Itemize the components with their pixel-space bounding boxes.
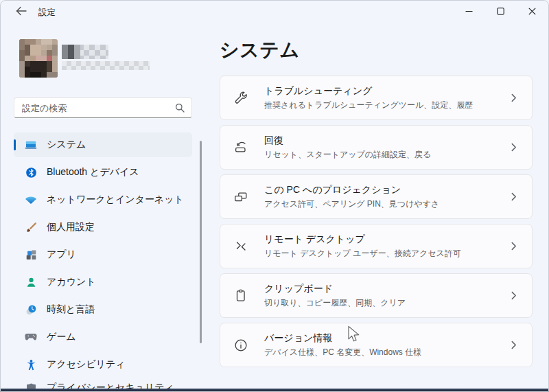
gamepad-icon [25,331,37,343]
titlebar: 設定 [0,0,549,27]
main-content: システム トラブルシューティング 推奨されるトラブルシューティングツール、設定、… [220,27,533,372]
person-icon [25,276,37,288]
brush-icon [25,221,37,233]
maximize-button[interactable] [484,0,516,23]
window-bottom-edge [0,389,549,392]
chevron-right-icon [509,93,518,102]
card-subtitle: 推奨されるトラブルシューティングツール、設定、履歴 [264,100,509,111]
sidebar-nav: システム Bluetooth とデバイス ネットワークとインターネット 個人用設… [14,132,192,392]
sidebar-item-accounts[interactable]: アカウント [14,270,192,295]
system-icon [25,139,37,151]
apps-icon [25,249,37,261]
search-icon [175,103,191,113]
info-icon [233,337,249,354]
sidebar-item-personalization[interactable]: 個人用設定 [14,215,192,240]
maximize-icon [497,5,504,18]
card-about[interactable]: バージョン情報 デバイス仕様、PC 名変更、Windows 仕様 [220,323,533,367]
card-title: 回復 [264,135,509,147]
chevron-right-icon [509,192,518,201]
clock-icon [25,303,37,316]
sidebar-item-bluetooth-devices[interactable]: Bluetooth とデバイス [14,160,192,185]
bluetooth-icon [25,166,37,178]
sidebar: システム Bluetooth とデバイス ネットワークとインターネット 個人用設… [14,27,192,392]
selected-indicator [14,139,16,150]
page-title: システム [220,37,533,63]
card-title: バージョン情報 [264,332,509,345]
chevron-right-icon [509,242,518,251]
user-email-redacted [62,61,150,70]
chevron-right-icon [509,341,518,349]
card-recovery[interactable]: 回復 リセット、スタートアップの詳細設定、戻る [220,125,533,170]
card-remote-desktop[interactable]: リモート デスクトップ リモート デスクトップ ユーザー、接続アクセス許可 [220,224,533,268]
minimize-icon [465,5,473,18]
settings-cards: トラブルシューティング 推奨されるトラブルシューティングツール、設定、履歴 回復… [220,76,533,367]
card-subtitle: デバイス仕様、PC 名変更、Windows 仕様 [264,347,509,358]
accessibility-icon [25,358,37,371]
card-subtitle: リモート デスクトップ ユーザー、接続アクセス許可 [264,248,509,260]
back-arrow-icon [16,6,27,19]
sidebar-item-accessibility[interactable]: アクセシビリティ [14,352,192,377]
search-input[interactable] [14,103,175,113]
sidebar-item-network-internet[interactable]: ネットワークとインターネット [14,187,192,212]
card-title: この PC へのプロジェクション [264,184,509,196]
wrench-icon [233,90,249,106]
user-name-redacted [62,45,108,59]
card-clipboard[interactable]: クリップボード 切り取り、コピー履歴、同期、クリア [220,273,533,318]
card-title: クリップボード [264,283,509,295]
wifi-icon [25,194,37,206]
user-avatar [19,39,58,78]
sidebar-item-system[interactable]: システム [14,132,192,157]
card-subtitle: リセット、スタートアップの詳細設定、戻る [264,149,509,161]
minimize-button[interactable] [453,0,484,23]
chevron-right-icon [509,291,518,300]
clipboard-icon [233,288,249,304]
sidebar-item-gaming[interactable]: ゲーム [14,325,192,349]
card-title: トラブルシューティング [264,85,509,97]
close-button[interactable] [516,0,548,23]
recovery-icon [233,139,249,156]
sidebar-scrollbar[interactable] [200,141,202,343]
window-controls [453,0,548,23]
close-icon [528,5,536,18]
projection-icon [233,189,249,205]
card-troubleshooting[interactable]: トラブルシューティング 推奨されるトラブルシューティングツール、設定、履歴 [220,76,533,120]
card-subtitle: アクセス許可、ペアリング PIN、見つけやすさ [264,198,509,210]
back-button[interactable] [11,5,32,20]
card-title: リモート デスクトップ [264,233,509,246]
chevron-right-icon [509,143,518,152]
card-projection[interactable]: この PC へのプロジェクション アクセス許可、ペアリング PIN、見つけやすさ [220,174,533,219]
card-subtitle: 切り取り、コピー履歴、同期、クリア [264,297,509,309]
sidebar-item-apps[interactable]: アプリ [14,242,192,267]
sidebar-item-time-language[interactable]: 時刻と言語 [14,297,192,322]
remote-desktop-icon [233,238,249,255]
settings-search [14,97,192,118]
window-title: 設定 [38,7,56,19]
